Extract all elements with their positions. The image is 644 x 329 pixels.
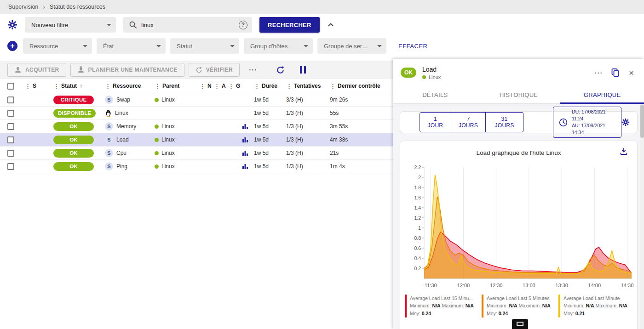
table-row[interactable]: OK S Memory Linux 1w 5d 1/3 (H) 3m 55s xyxy=(0,120,393,133)
panel-host-name[interactable]: Linux xyxy=(429,74,441,80)
panel-scrollbar[interactable] xyxy=(640,104,644,329)
resource-name[interactable]: Linux xyxy=(115,110,128,116)
parent-name[interactable]: Linux xyxy=(161,96,175,103)
svg-text:1.2: 1.2 xyxy=(414,215,421,221)
resource-name[interactable]: Load xyxy=(116,136,129,143)
table-row[interactable]: DISPONIBLE Linux 1w 5d 1/3 (H) 55s xyxy=(0,107,393,120)
parent-status-dot xyxy=(155,138,159,142)
breadcrumb-item-resource-status[interactable]: Statut des ressources xyxy=(50,4,105,10)
date-to: AU: 17/08/2021 14:34 xyxy=(572,122,615,136)
filter-hostgroup-select[interactable]: Group d'hôtes xyxy=(244,38,313,54)
range-1-day-button[interactable]: 1 JOUR xyxy=(420,112,451,132)
resource-name[interactable]: Swap xyxy=(116,96,130,103)
graph-icon[interactable] xyxy=(242,150,248,156)
search-help-icon[interactable]: ? xyxy=(239,21,247,29)
graph-settings-gear-icon[interactable] xyxy=(621,118,630,126)
column-grip-icon[interactable]: ⋮ xyxy=(200,83,206,90)
graph-icon[interactable] xyxy=(242,136,248,143)
check-button[interactable]: VÉRIFIER xyxy=(189,63,240,77)
row-checkbox[interactable] xyxy=(7,96,14,103)
filter-state-select[interactable]: État xyxy=(97,38,166,54)
row-checkbox[interactable] xyxy=(7,136,14,143)
column-grip-icon[interactable]: ⋮ xyxy=(53,83,59,90)
column-header-tries[interactable]: ⋮ Tentatives xyxy=(286,83,330,90)
column-header-status[interactable]: ⋮ Statut ↑ xyxy=(53,83,105,90)
linux-host-icon xyxy=(105,109,112,117)
range-31-days-button[interactable]: 31 JOURS xyxy=(486,112,523,132)
table-row[interactable]: OK S Cpu Linux 1w 5d 1/3 (H) 21s xyxy=(0,147,393,160)
column-grip-icon[interactable]: ⋮ xyxy=(155,83,161,90)
column-header-n[interactable]: ⋮ N xyxy=(200,83,214,90)
parent-name[interactable]: Linux xyxy=(161,163,175,170)
panel-more-icon[interactable]: ⋯ xyxy=(594,68,602,78)
column-header-severity[interactable]: ⋮ S xyxy=(25,83,53,90)
row-checkbox[interactable] xyxy=(7,150,14,157)
column-grip-icon[interactable]: ⋮ xyxy=(330,83,336,90)
copy-link-icon[interactable] xyxy=(611,68,620,77)
last-check-value: 3m 55s xyxy=(330,123,393,130)
duration-value: 1w 5d xyxy=(254,150,286,156)
search-input[interactable]: linux ? xyxy=(123,17,252,33)
table-row[interactable]: OK S Ping Linux 1w 5d 1/3 (H) 1m 4s xyxy=(0,160,393,173)
load-chart: 11:3012:0012:3013:0013:3014:0014:300.20.… xyxy=(406,162,638,291)
column-header-g[interactable]: ⋮ G xyxy=(228,83,242,90)
graph-icon[interactable] xyxy=(242,163,248,170)
tab-graph[interactable]: GRAPHIQUE xyxy=(560,86,644,103)
resource-name[interactable]: Cpu xyxy=(116,150,126,156)
tab-history[interactable]: HISTORIQUE xyxy=(477,86,561,103)
column-header-a[interactable]: ⋮ A xyxy=(214,83,228,90)
column-grip-icon[interactable]: ⋮ xyxy=(105,83,111,90)
filter-settings-gear-icon[interactable] xyxy=(7,20,17,30)
row-checkbox[interactable] xyxy=(7,163,14,170)
more-actions-button[interactable]: ⋯ xyxy=(244,65,262,75)
column-header-duration[interactable]: ⋮ Durée xyxy=(254,83,286,90)
custom-date-range[interactable]: DU: 17/08/2021 11:24 AU: 17/08/2021 14:3… xyxy=(553,107,621,138)
collapse-filters-chevron-up-icon[interactable] xyxy=(327,21,334,28)
select-all-checkbox[interactable] xyxy=(7,83,14,90)
add-criteria-button[interactable]: + xyxy=(7,41,17,51)
column-grip-icon[interactable]: ⋮ xyxy=(25,83,31,90)
breadcrumb-item-supervision[interactable]: Supervision xyxy=(8,4,38,10)
column-grip-icon[interactable]: ⋮ xyxy=(286,83,292,90)
schedule-maintenance-button[interactable]: PLANIFIER UNE MAINTENANCE xyxy=(70,63,184,77)
parent-name[interactable]: Linux xyxy=(161,123,175,130)
duration-value: 1w 5d xyxy=(254,96,286,103)
range-7-days-button[interactable]: 7 JOURS xyxy=(451,112,486,132)
acknowledge-button[interactable]: ACQUITTER xyxy=(7,63,66,77)
column-grip-icon[interactable]: ⋮ xyxy=(214,83,220,90)
pause-icon[interactable] xyxy=(296,66,310,74)
filter-status-select[interactable]: Statut xyxy=(170,38,239,54)
column-header-parent[interactable]: ⋮ Parent xyxy=(155,83,200,90)
column-header-last-check[interactable]: ⋮ Dernier contrôle xyxy=(330,83,393,90)
refresh-icon[interactable] xyxy=(272,66,288,74)
resource-name[interactable]: Ping xyxy=(116,163,127,170)
legend-item[interactable]: Average Load Last Minute Minimum: N/A Ma… xyxy=(558,295,632,318)
column-grip-icon[interactable]: ⋮ xyxy=(254,83,260,90)
row-checkbox[interactable] xyxy=(7,123,14,130)
filter-servicegroup-select[interactable]: Groupe de ser… xyxy=(317,38,386,54)
column-header-resource[interactable]: ⋮ Ressource xyxy=(105,83,155,90)
load-chart-area[interactable]: 11:3012:0012:3013:0013:3014:0014:300.20.… xyxy=(404,162,633,293)
legend-item[interactable]: Average Load Last 15 Minu... Minimum: N/… xyxy=(405,295,479,318)
search-value[interactable]: linux xyxy=(141,22,235,28)
row-checkbox[interactable] xyxy=(7,110,14,117)
column-grip-icon[interactable]: ⋮ xyxy=(228,83,234,90)
parent-status-dot xyxy=(155,164,159,169)
close-panel-icon[interactable]: × xyxy=(629,68,634,77)
table-row[interactable]: OK S Load Linux 1w 5d 1/3 (H) 4m 38s xyxy=(0,133,393,147)
scrollbar-thumb[interactable] xyxy=(640,105,644,138)
parent-name[interactable]: Linux xyxy=(161,150,175,156)
filter-resource-select[interactable]: Ressource xyxy=(23,38,92,54)
legend-item[interactable]: Average Load Last 5 Minutes Minimum: N/A… xyxy=(482,295,556,318)
svg-text:1.8: 1.8 xyxy=(414,185,421,190)
filter-preset-select[interactable]: Nouveau filtre xyxy=(25,17,116,33)
tab-details[interactable]: DÉTAILS xyxy=(393,86,477,103)
tries-value: 1/3 (H) xyxy=(286,123,330,130)
download-icon[interactable] xyxy=(620,147,628,155)
graph-icon[interactable] xyxy=(242,123,248,130)
search-button[interactable]: RECHERCHER xyxy=(259,17,320,33)
parent-name[interactable]: Linux xyxy=(161,136,175,143)
clear-filters-button[interactable]: EFFACER xyxy=(398,43,427,50)
resource-name[interactable]: Memory xyxy=(116,123,136,130)
table-row[interactable]: CRITIQUE S Swap Linux 1w 5d 3/3 (H) 9m 2… xyxy=(0,93,393,107)
